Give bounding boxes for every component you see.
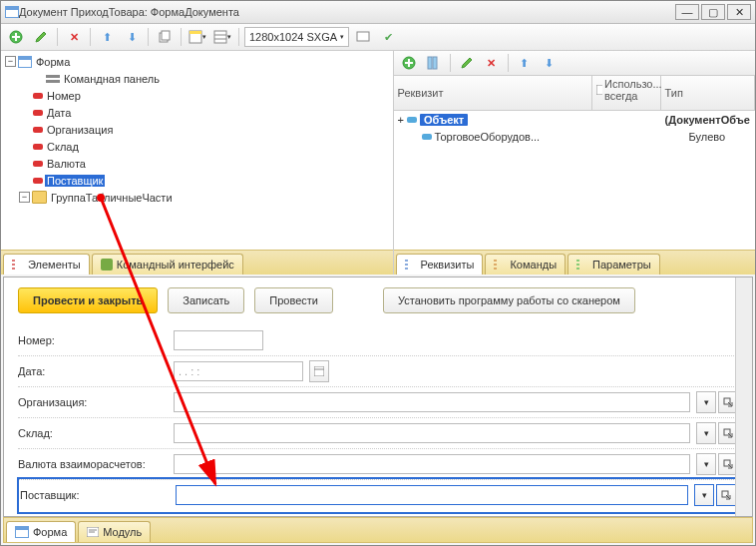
tree-item[interactable]: Командная панель: [1, 70, 393, 87]
dropdown-button[interactable]: ▾: [696, 391, 716, 413]
tree-item[interactable]: Дата: [1, 104, 393, 121]
down-arrow-icon[interactable]: ⬇: [121, 26, 143, 48]
collapse-icon[interactable]: −: [5, 56, 16, 67]
date-input[interactable]: . . : :: [174, 361, 303, 381]
tree-item-label: Командная панель: [62, 73, 162, 85]
form-field-row: Склад:▾: [18, 418, 738, 449]
tab-attributes[interactable]: Реквизиты: [396, 254, 484, 274]
form-preview: Провести и закрыть Записать Провести Уст…: [3, 276, 753, 517]
tree-root[interactable]: − Форма: [1, 53, 393, 70]
cmd-interface-icon: [101, 259, 113, 271]
form-field-row: Поставщик:▾: [18, 478, 738, 513]
attributes-icon: [405, 259, 417, 271]
svg-rect-28: [314, 366, 324, 376]
tree-item[interactable]: Номер: [1, 87, 393, 104]
preview-scrollbar[interactable]: [735, 277, 752, 516]
form-field-row: Валюта взаиморасчетов:▾: [18, 449, 738, 480]
resolution-selector[interactable]: 1280x1024 SXGA ▾: [244, 27, 349, 47]
delete-icon[interactable]: ✕: [63, 26, 85, 48]
save-button[interactable]: Записать: [168, 287, 244, 313]
tree-item[interactable]: Организация: [1, 121, 393, 138]
post-button[interactable]: Провести: [254, 287, 333, 313]
field-label: Валюта взаиморасчетов:: [18, 458, 168, 470]
attributes-grid: Реквизит Использо... всегда Тип +Объект(…: [394, 76, 755, 250]
check-icon[interactable]: ✔: [377, 26, 399, 48]
attr-edit-icon[interactable]: [456, 52, 478, 74]
tab-module[interactable]: Модуль: [78, 521, 151, 542]
dropdown-button[interactable]: ▾: [696, 453, 716, 475]
field-label: Поставщик:: [20, 489, 170, 501]
tab-parameters[interactable]: Параметры: [567, 254, 660, 274]
text-input[interactable]: [174, 330, 263, 350]
form-field-row: Номер:: [18, 325, 738, 356]
attribute-name: ТорговоеОборудов...: [435, 131, 541, 143]
close-button[interactable]: ✕: [727, 4, 751, 20]
svg-rect-25: [576, 260, 579, 262]
tab-elements[interactable]: Элементы: [3, 254, 90, 274]
field-icon: [33, 178, 43, 184]
copy-icon[interactable]: [154, 26, 176, 48]
reference-input[interactable]: [174, 454, 690, 474]
preview-icon[interactable]: [352, 26, 374, 48]
resolution-label: 1280x1024 SXGA: [249, 31, 337, 43]
module-icon: [87, 527, 99, 537]
calendar-icon[interactable]: [309, 360, 329, 382]
attribute-icon: [407, 117, 417, 123]
form-field-row: Организация:▾: [18, 387, 738, 418]
post-and-close-button[interactable]: Провести и закрыть: [18, 287, 158, 313]
main-toolbar: ✕ ⬆ ⬇ ▾ ▾ 1280x1024 SXGA ▾ ✔: [1, 24, 755, 51]
dropdown-button[interactable]: ▾: [696, 422, 716, 444]
attr-up-icon[interactable]: ⬆: [514, 52, 536, 74]
svg-rect-23: [494, 264, 497, 266]
reference-input[interactable]: [176, 485, 688, 505]
attr-add-icon[interactable]: [398, 52, 420, 74]
tree-item[interactable]: Валюта: [1, 155, 393, 172]
tree-item-label: Номер: [45, 90, 83, 102]
attr-columns-icon[interactable]: [423, 52, 445, 74]
attr-down-icon[interactable]: ⬇: [539, 52, 561, 74]
reference-input[interactable]: [174, 423, 690, 443]
tree-item[interactable]: Склад: [1, 138, 393, 155]
layout-icon[interactable]: ▾: [187, 26, 208, 48]
tab-form[interactable]: Форма: [6, 521, 76, 542]
open-button[interactable]: [716, 484, 736, 506]
svg-rect-9: [46, 75, 60, 78]
add-icon[interactable]: [5, 26, 27, 48]
attribute-name: Объект: [420, 114, 468, 126]
grid-body[interactable]: +Объект(ДокументОбъеТорговоеОборудов...Б…: [394, 111, 755, 250]
parameters-icon: [576, 259, 588, 271]
field-label: Склад:: [18, 427, 168, 439]
table-row[interactable]: ТорговоеОборудов...Булево: [394, 128, 755, 145]
reference-input[interactable]: [174, 392, 690, 412]
field-icon: [33, 93, 43, 99]
structure-tree[interactable]: − Форма Командная панельНомерДатаОрганиз…: [1, 51, 393, 250]
maximize-button[interactable]: ▢: [701, 4, 725, 20]
dropdown-button[interactable]: ▾: [694, 484, 714, 506]
attr-delete-icon[interactable]: ✕: [481, 52, 503, 74]
grid-header-type[interactable]: Тип: [661, 76, 755, 110]
table-row[interactable]: +Объект(ДокументОбъе: [394, 111, 755, 128]
tab-commands[interactable]: Команды: [485, 254, 566, 274]
expand-icon[interactable]: −: [19, 192, 30, 203]
edit-icon[interactable]: [30, 26, 52, 48]
svg-rect-10: [46, 80, 60, 83]
scanner-setup-button[interactable]: Установить программу работы со сканером: [383, 287, 635, 313]
tab-command-interface[interactable]: Командный интерфейс: [92, 254, 243, 274]
form-icon: [15, 526, 29, 538]
tree-item[interactable]: Поставщик: [1, 172, 393, 189]
svg-rect-5: [214, 31, 226, 43]
grid-header-name[interactable]: Реквизит: [394, 76, 592, 110]
window-title: Документ ПриходТовара: ФормаДокумента: [19, 6, 675, 18]
tree-item-label: Склад: [45, 141, 81, 153]
tree-group[interactable]: − ГруппаТабличныеЧасти: [1, 189, 393, 206]
svg-rect-17: [433, 57, 437, 69]
up-arrow-icon[interactable]: ⬆: [96, 26, 118, 48]
tree-root-label: Форма: [34, 56, 72, 68]
grid-icon[interactable]: ▾: [211, 26, 233, 48]
svg-rect-24: [494, 268, 497, 270]
expand-icon[interactable]: +: [398, 114, 404, 126]
minimize-button[interactable]: —: [675, 4, 699, 20]
tree-item-label: Организация: [45, 124, 115, 136]
grid-header-use[interactable]: Использо... всегда: [592, 76, 661, 110]
field-icon: [33, 127, 43, 133]
